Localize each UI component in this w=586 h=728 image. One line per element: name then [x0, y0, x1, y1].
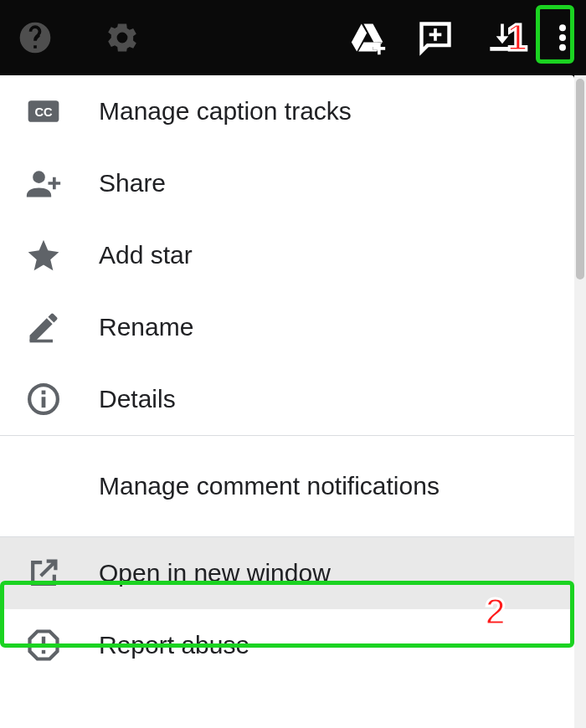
more-vert-icon[interactable] [546, 14, 579, 61]
help-icon[interactable] [12, 14, 59, 61]
edit-icon [25, 309, 70, 346]
person-add-icon [25, 165, 70, 202]
menu-item-details[interactable]: Details [0, 363, 574, 435]
scrollbar-thumb[interactable] [576, 79, 584, 279]
svg-point-0 [559, 24, 566, 31]
download-icon[interactable] [479, 14, 526, 61]
star-icon [25, 237, 70, 274]
menu-item-label: Share [70, 169, 166, 197]
menu-item-report-abuse[interactable]: Report abuse [0, 609, 574, 681]
menu-item-share[interactable]: Share [0, 147, 574, 219]
toolbar [0, 0, 586, 75]
overflow-menu: CC Manage caption tracks Share Add star … [0, 75, 574, 728]
svg-rect-6 [30, 340, 54, 343]
svg-rect-11 [42, 650, 45, 654]
drive-add-icon[interactable] [345, 14, 392, 61]
info-icon [25, 381, 70, 418]
menu-item-rename[interactable]: Rename [0, 291, 574, 363]
menu-item-label: Add star [70, 241, 193, 269]
svg-rect-10 [42, 637, 45, 648]
menu-item-manage-captions[interactable]: CC Manage caption tracks [0, 75, 574, 147]
menu-item-label: Details [70, 385, 176, 413]
menu-item-label: Report abuse [70, 631, 249, 659]
report-icon [25, 627, 70, 664]
svg-point-5 [33, 171, 45, 183]
menu-item-add-star[interactable]: Add star [0, 219, 574, 291]
menu-item-label: Open in new window [70, 559, 331, 587]
menu-item-label: Manage comment notifications [70, 472, 440, 500]
open-in-new-icon [25, 555, 70, 592]
scrollbar[interactable] [574, 75, 586, 728]
menu-item-open-new-window[interactable]: Open in new window [0, 537, 574, 609]
menu-item-label: Rename [70, 313, 193, 341]
add-comment-icon[interactable] [412, 14, 459, 61]
menu-item-label: Manage caption tracks [70, 97, 352, 126]
svg-rect-8 [42, 397, 46, 408]
svg-text:CC: CC [34, 105, 53, 119]
svg-point-2 [559, 44, 566, 51]
cc-icon: CC [25, 93, 70, 130]
svg-rect-9 [42, 391, 46, 395]
svg-point-1 [559, 34, 566, 41]
gear-icon[interactable] [99, 14, 146, 61]
menu-item-manage-comments[interactable]: Manage comment notifications [0, 436, 574, 536]
